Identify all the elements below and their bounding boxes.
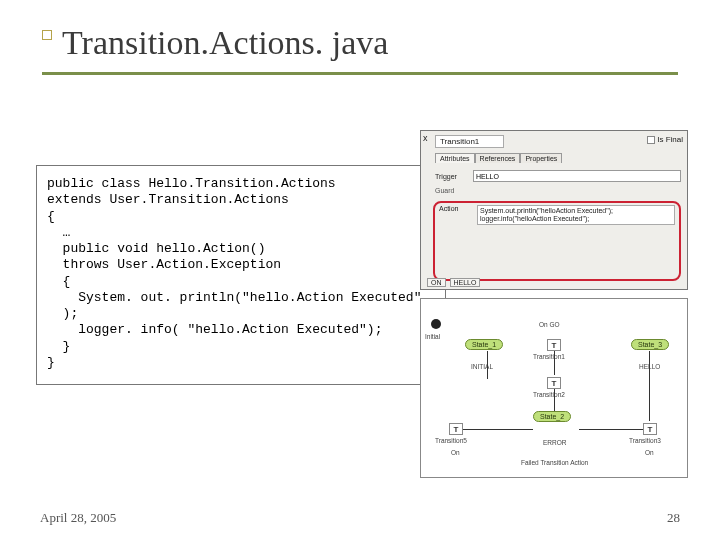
action-label: Action	[439, 205, 473, 225]
close-icon[interactable]: x	[423, 133, 428, 143]
state-diagram: Initial On GO State_1 State_3 T Transiti…	[420, 298, 688, 478]
trigger-input[interactable]	[473, 170, 681, 182]
trans3-label: Transition3	[629, 437, 661, 444]
t-box-2: T	[547, 377, 561, 389]
error-label: ERROR	[543, 439, 566, 446]
is-final-checkbox[interactable]: Is Final	[647, 135, 683, 144]
btn-hello[interactable]: HELLO	[450, 278, 481, 287]
t-box-3: T	[643, 423, 657, 435]
slide-title: Transition.Actions. java	[62, 24, 388, 62]
state-1: State_1	[465, 339, 503, 350]
t-box-5: T	[449, 423, 463, 435]
btn-on[interactable]: ON	[427, 278, 446, 287]
trans2-label: Transition2	[533, 391, 565, 398]
guard-label: Guard	[435, 187, 454, 194]
properties-panel: x Transition1 Is Final Attributes Refere…	[420, 130, 688, 290]
transition-name-field[interactable]: Transition1	[435, 135, 504, 148]
t-box-1: T	[547, 339, 561, 351]
initial-arrow-label: INITIAL	[471, 363, 493, 370]
trans5-label: Transition5	[435, 437, 467, 444]
panel-tabs: Attributes References Properties	[435, 153, 562, 163]
page-number: 28	[667, 510, 680, 526]
trigger-label: Trigger	[435, 173, 469, 180]
tab-references[interactable]: References	[475, 153, 521, 163]
tab-properties[interactable]: Properties	[520, 153, 562, 163]
is-final-label: Is Final	[657, 135, 683, 144]
code-listing: public class Hello.Transition.Actions ex…	[36, 165, 446, 385]
state-3: State_3	[631, 339, 669, 350]
title-decoration	[42, 30, 52, 40]
trans1-label: Transition1	[533, 353, 565, 360]
on-label-left: On	[451, 449, 460, 456]
failed-label: Failed Transition Action	[521, 459, 588, 466]
state-2: State_2	[533, 411, 571, 422]
on-go-label: On GO	[539, 321, 560, 328]
slide-date: April 28, 2005	[40, 510, 116, 526]
action-value[interactable]: System.out.println("helloAction Executed…	[477, 205, 675, 225]
tab-attributes[interactable]: Attributes	[435, 153, 475, 163]
initial-label: Initial	[425, 333, 440, 340]
initial-state-dot	[431, 319, 441, 329]
action-highlight: Action System.out.println("helloAction E…	[433, 201, 681, 281]
on-label-right: On	[645, 449, 654, 456]
